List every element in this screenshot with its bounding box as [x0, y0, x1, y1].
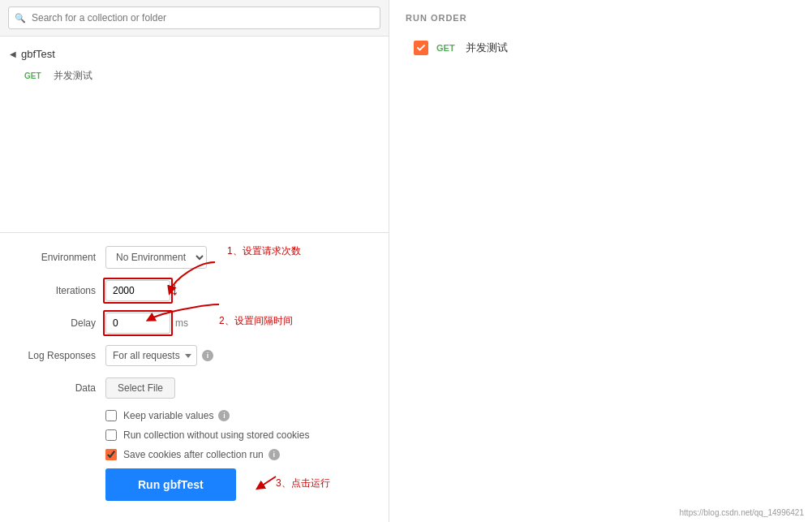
iterations-label: Iterations	[16, 285, 105, 296]
run-no-cookies-row: Run collection without using stored cook…	[16, 429, 372, 441]
config-section: Environment No Environment 1、设置请求次数 ↓ It…	[0, 232, 389, 522]
search-icon: 🔍	[15, 13, 26, 24]
request-name: 并发测试	[54, 69, 92, 83]
run-order-item[interactable]: GET 并发测试	[406, 34, 796, 62]
annotation-1: 1、设置请求次数	[227, 244, 301, 258]
save-cookies-info-icon[interactable]: i	[269, 449, 280, 460]
keep-variable-checkbox[interactable]	[105, 410, 117, 421]
data-row: Data Select File	[16, 377, 372, 399]
run-method-badge: GET	[436, 43, 459, 53]
save-cookies-label: Save cookies after collection run	[123, 449, 264, 460]
collection-item[interactable]: ◀ gbfTest	[0, 43, 389, 65]
search-bar: 🔍	[0, 0, 389, 37]
iterations-input[interactable]: 2000	[105, 280, 170, 301]
log-info-icon[interactable]: i	[202, 350, 213, 361]
keep-variable-label: Keep variable values	[123, 410, 213, 421]
environment-label: Environment	[16, 252, 105, 263]
check-icon	[417, 44, 425, 52]
iterations-wrapper: 2000	[105, 280, 170, 301]
run-order-checkbox	[414, 41, 428, 55]
data-label: Data	[16, 382, 105, 394]
method-badge: GET	[24, 71, 47, 80]
arrow-icon: ◀	[10, 50, 16, 58]
right-panel: RUN ORDER GET 并发测试	[389, 0, 812, 522]
log-select-container: For all requests i	[105, 345, 213, 366]
delay-label: Delay	[16, 317, 105, 329]
keep-variable-row: Keep variable values i	[16, 410, 372, 421]
save-cookies-checkbox[interactable]	[105, 449, 117, 460]
run-no-cookies-label: Run collection without using stored cook…	[123, 429, 309, 441]
log-select[interactable]: For all requests	[105, 345, 197, 366]
run-no-cookies-checkbox[interactable]	[105, 429, 117, 441]
save-cookies-row: Save cookies after collection run i	[16, 449, 372, 460]
arrow-svg-2	[146, 304, 227, 329]
select-file-button[interactable]: Select File	[105, 377, 175, 399]
search-input[interactable]	[8, 6, 380, 29]
collection-list: ◀ gbfTest GET 并发测试	[0, 37, 389, 232]
annotation-2: 2、设置间隔时间	[219, 314, 293, 328]
annotation-3: 3、点击运行	[276, 477, 330, 490]
run-order-title: RUN ORDER	[406, 13, 796, 23]
delay-row: Delay 0 ms 2、设置间隔时间	[16, 313, 372, 334]
keep-variable-info-icon[interactable]: i	[218, 410, 230, 421]
arrow-svg-1	[166, 262, 231, 295]
run-request-name: 并发测试	[466, 41, 508, 55]
iterations-row: Iterations 2000	[16, 280, 372, 301]
run-button[interactable]: Run gbfTest	[105, 468, 236, 501]
left-panel: 🔍 ◀ gbfTest GET 并发测试 Environment No Envi…	[0, 0, 389, 522]
log-label: Log Responses	[16, 350, 105, 361]
request-item[interactable]: GET 并发测试	[0, 65, 389, 87]
watermark: https://blog.csdn.net/qq_14996421	[680, 508, 804, 517]
collection-name: gbfTest	[21, 48, 55, 60]
log-responses-row: Log Responses For all requests i	[16, 345, 372, 366]
arrow-svg-3	[256, 472, 280, 497]
run-button-area: Run gbfTest 3、点击运行	[105, 468, 372, 501]
